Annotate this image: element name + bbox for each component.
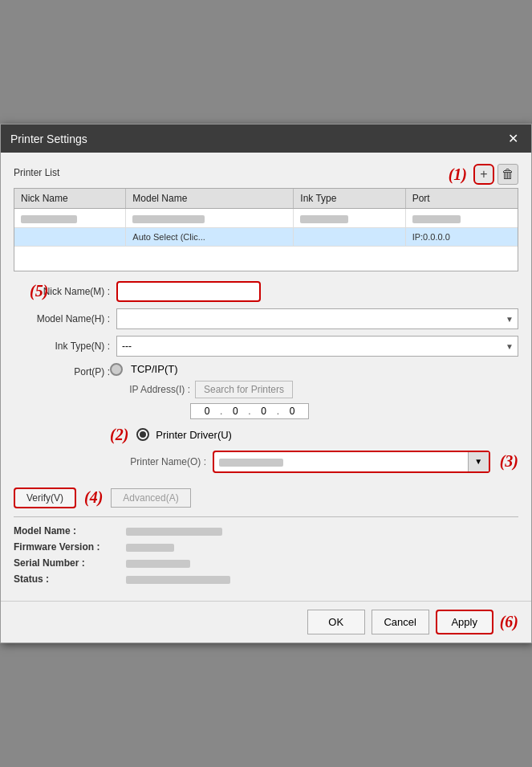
serial-info-row: Serial Number : (14, 557, 518, 569)
ip-fields-row: . . . (110, 403, 518, 419)
table-empty-space (14, 247, 518, 271)
status-info-row: Status : (14, 573, 518, 585)
row2-model: Auto Select (Clic... (126, 228, 294, 246)
port-row: Port(P) : TCP/IP(T) IP Address(I) : Sear… (14, 363, 518, 481)
nick-name-row: (5) Nick Name(M) : (14, 281, 518, 302)
printer-driver-label: Printer Driver(U) (156, 429, 232, 441)
ip-address-row: IP Address(I) : Search for Printers (110, 381, 518, 398)
printer-driver-row: (2) Printer Driver(U) (104, 426, 518, 444)
verify-advanced-row: Verify(V) (4) Advanced(A) (14, 488, 518, 508)
advanced-button[interactable]: Advanced(A) (111, 488, 190, 508)
printer-settings-dialog: Printer Settings ✕ Printer List (1) + 🗑 … (0, 124, 532, 643)
row2-port: IP:0.0.0.0 (406, 228, 518, 246)
row1-model (126, 209, 294, 226)
ink-type-label: Ink Type(N) : (14, 341, 110, 352)
delete-icon: 🗑 (502, 167, 514, 182)
printer-name-select-wrapper: ▼ (213, 451, 490, 473)
add-icon: + (480, 167, 487, 182)
col-model-name: Model Name (126, 189, 294, 208)
apply-button[interactable]: Apply (436, 610, 493, 634)
row2-nick (14, 228, 126, 246)
verify-button[interactable]: Verify(V) (14, 488, 76, 508)
table-row[interactable] (14, 209, 518, 227)
printer-list-label: Printer List (14, 167, 59, 178)
model-name-select[interactable] (116, 308, 518, 329)
ip-field-1[interactable] (196, 406, 218, 417)
ip-dot-3: . (277, 406, 279, 417)
printer-list-actions: (1) + 🗑 (449, 164, 518, 185)
model-name-info-row: Model Name : (14, 525, 518, 536)
firmware-info-value (126, 542, 174, 552)
ip-field-3[interactable] (253, 406, 275, 417)
ip-fields: . . . (190, 403, 309, 419)
ink-type-select[interactable]: --- (116, 336, 518, 357)
footer: OK Cancel Apply (6) (1, 601, 531, 643)
blur-block (21, 215, 77, 223)
status-info-value (126, 574, 230, 584)
model-name-select-wrapper (116, 308, 518, 329)
col-port: Port (406, 189, 518, 208)
printer-list-header: Printer List (1) + 🗑 (14, 164, 518, 185)
delete-printer-button[interactable]: 🗑 (497, 164, 518, 185)
ip-address-label: IP Address(I) : (110, 384, 190, 395)
firmware-blur (126, 544, 174, 552)
row1-nick (14, 209, 126, 226)
table-row[interactable]: Auto Select (Clic... IP:0.0.0.0 (14, 228, 518, 247)
ip-field-2[interactable] (224, 406, 246, 417)
annotation-2: (2) (110, 426, 128, 444)
ok-button[interactable]: OK (307, 610, 365, 634)
printer-name-dropdown-button[interactable]: ▼ (468, 452, 489, 471)
blur-block (412, 215, 461, 223)
printer-name-label: Printer Name(O) : (110, 456, 206, 467)
status-blur (126, 576, 230, 584)
ink-type-select-wrapper: --- (116, 336, 518, 357)
firmware-info-row: Firmware Version : (14, 541, 518, 553)
model-name-row: Model Name(H) : (14, 308, 518, 329)
table-header: Nick Name Model Name Ink Type Port (14, 189, 518, 209)
annotation-6: (6) (500, 613, 518, 631)
tcpip-radio[interactable] (110, 363, 123, 376)
col-nick-name: Nick Name (14, 189, 126, 208)
serial-blur (126, 560, 190, 568)
firmware-info-label: Firmware Version : (14, 541, 126, 553)
radio-dot (140, 431, 146, 438)
search-for-printers-button[interactable]: Search for Printers (195, 381, 293, 398)
model-name-info-value (126, 526, 222, 536)
row1-port (406, 209, 518, 226)
model-name-label: Model Name(H) : (14, 313, 110, 324)
model-name-info-label: Model Name : (14, 525, 126, 536)
annotation-3: (3) (500, 452, 518, 471)
col-ink-type: Ink Type (294, 189, 405, 208)
title-bar: Printer Settings ✕ (1, 124, 531, 153)
serial-info-value (126, 558, 190, 568)
tcpip-label: TCP/IP(T) (131, 363, 178, 375)
status-info-label: Status : (14, 573, 126, 585)
annotation-4: (4) (84, 488, 103, 507)
cancel-button[interactable]: Cancel (372, 610, 429, 634)
nick-name-label: Nick Name(M) : (14, 286, 110, 297)
printer-name-value (214, 455, 468, 467)
dialog-content: Printer List (1) + 🗑 Nick Name Model Nam… (1, 153, 531, 600)
ip-dot-2: . (248, 406, 250, 417)
divider (14, 516, 518, 517)
printer-name-blur (219, 459, 283, 467)
model-name-blur (126, 528, 222, 536)
port-options: TCP/IP(T) IP Address(I) : Search for Pri… (110, 363, 518, 481)
ink-type-row: Ink Type(N) : --- (14, 336, 518, 357)
close-button[interactable]: ✕ (505, 131, 522, 146)
row2-ink (294, 228, 405, 246)
serial-info-label: Serial Number : (14, 557, 126, 569)
blur-block (300, 215, 348, 223)
add-printer-button[interactable]: + (473, 164, 494, 185)
blur-block (132, 215, 205, 223)
annotation-5: (5) (30, 282, 48, 300)
printer-table: Nick Name Model Name Ink Type Port Auto … (14, 188, 518, 271)
tcpip-radio-row: TCP/IP(T) (110, 363, 518, 376)
nick-name-input[interactable] (116, 281, 261, 302)
port-label: Port(P) : (14, 363, 110, 377)
printer-name-row: Printer Name(O) : ▼ (3) (110, 451, 518, 473)
ip-field-4[interactable] (281, 406, 303, 417)
dialog-title: Printer Settings (10, 133, 87, 145)
printer-driver-radio[interactable] (136, 428, 149, 441)
annotation-1: (1) (449, 165, 467, 184)
